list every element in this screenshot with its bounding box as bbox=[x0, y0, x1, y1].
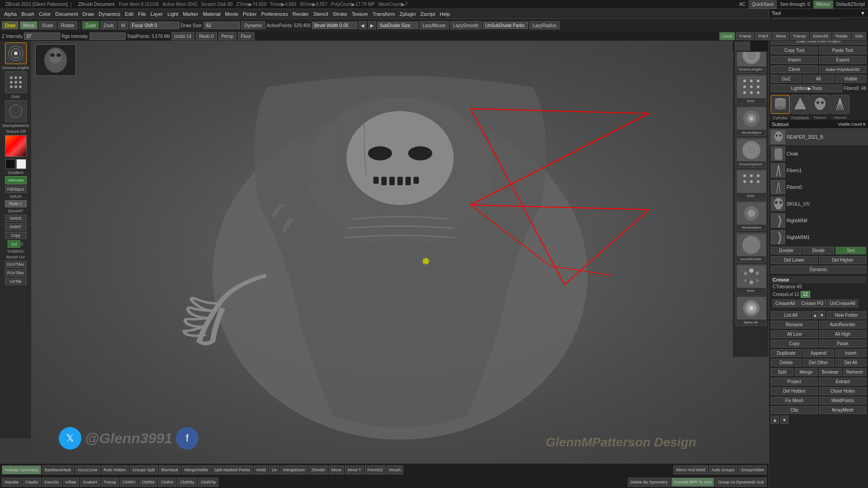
subtool-reaper[interactable]: REAPER_2021_B bbox=[769, 129, 868, 145]
goz-btn[interactable]: GoZ bbox=[771, 75, 802, 83]
groups-split-btn[interactable]: Groups Split bbox=[130, 465, 158, 474]
all-btn[interactable]: All bbox=[803, 75, 834, 83]
draw-btn[interactable]: Draw bbox=[2, 21, 19, 29]
tool-thumb-cylinder[interactable] bbox=[771, 95, 790, 114]
transp-btn[interactable]: Transp bbox=[790, 32, 809, 40]
clip-btn[interactable]: Clip bbox=[771, 406, 818, 414]
menu-picker[interactable]: Picker bbox=[241, 11, 259, 17]
menu-zscript[interactable]: Zscript bbox=[418, 11, 438, 17]
menu-preferences[interactable]: Preferences bbox=[259, 11, 290, 17]
list-up-arrow[interactable]: ▲ bbox=[812, 311, 818, 319]
menu-file[interactable]: File bbox=[136, 11, 148, 17]
uv-btn[interactable]: Uv bbox=[269, 465, 279, 474]
menu-light[interactable]: Light bbox=[165, 11, 181, 17]
insert-btn[interactable]: Insert bbox=[835, 349, 866, 357]
brush-item-alpha08[interactable]: Alpha 08 bbox=[736, 296, 766, 326]
color-swatch[interactable] bbox=[5, 135, 27, 157]
brush-item-smoothcloth[interactable]: SmoothCloth bbox=[736, 232, 766, 263]
list-down-arrow[interactable]: ▼ bbox=[819, 311, 825, 319]
frame-btn[interactable]: Frame bbox=[736, 32, 754, 40]
menu-help[interactable]: Help bbox=[438, 11, 453, 17]
rule-hidden-btn[interactable]: Rule Hidden bbox=[101, 465, 129, 474]
redo-btn[interactable]: Redo 0 bbox=[196, 32, 217, 40]
dynamic-subdiv-btn[interactable]: Dynamic bbox=[771, 266, 866, 273]
polyt-btn[interactable]: PolyT bbox=[755, 32, 772, 40]
brush-item-dots3[interactable]: Dots bbox=[736, 264, 766, 294]
xyz-btn[interactable]: Xyz bbox=[8, 240, 20, 248]
paste-subtool-btn[interactable]: Paste bbox=[819, 340, 866, 347]
subtool-rightarm[interactable]: RightARM bbox=[769, 212, 868, 229]
weld-points-btn[interactable]: WeldPoints bbox=[819, 397, 866, 404]
morph-btn[interactable]: Morph bbox=[387, 465, 404, 474]
auto-groups-btn[interactable]: Auto Groups bbox=[709, 465, 737, 474]
switch-btn[interactable]: Switch bbox=[5, 215, 27, 222]
formso-btn[interactable]: FormSO bbox=[365, 465, 386, 474]
persp-btn[interactable]: Persp bbox=[218, 32, 236, 40]
zsub-btn[interactable]: Zsub bbox=[100, 21, 117, 29]
standar-btn[interactable]: Standar bbox=[2, 478, 22, 487]
brush-item-dots1[interactable]: Dots bbox=[736, 74, 766, 104]
tool-thumb-skull[interactable] bbox=[811, 95, 830, 114]
del-lower-btn[interactable]: Del Lower bbox=[771, 256, 818, 264]
uv-tile-btn[interactable]: UVTile bbox=[5, 278, 27, 285]
menu-marker[interactable]: Marker bbox=[180, 11, 200, 17]
dots-brush-icon[interactable] bbox=[5, 71, 27, 93]
tool-thumb-simple-fibers[interactable] bbox=[830, 95, 849, 114]
menu-draw[interactable]: Draw bbox=[80, 11, 96, 17]
list-all-btn[interactable]: List All bbox=[771, 311, 811, 319]
project-btn[interactable]: Project bbox=[771, 378, 818, 385]
subtool-fibers1[interactable]: Fibers1 bbox=[769, 162, 868, 179]
move3d-btn[interactable]: Move bbox=[773, 32, 789, 40]
subtool-rightarm1[interactable]: RightARM1 bbox=[769, 229, 868, 246]
brush-item-alphabrush2[interactable]: ~BrushAlpha bbox=[736, 201, 766, 231]
del-hidden-btn[interactable]: Del Hidden bbox=[771, 387, 818, 395]
clothin-btn[interactable]: ClothIn bbox=[158, 478, 177, 487]
panel-scroll-down[interactable]: ▼ bbox=[780, 416, 788, 424]
black-swatch[interactable] bbox=[5, 159, 15, 169]
brush-item-groomspline[interactable]: GroomSplineS bbox=[736, 137, 766, 168]
copy-btn-left[interactable]: Copy bbox=[5, 232, 27, 239]
menu-layer[interactable]: Layer bbox=[148, 11, 165, 17]
lazy-smooth-btn[interactable]: LazySmooth bbox=[450, 21, 482, 29]
zmodel-btn[interactable]: ZModel bbox=[309, 465, 328, 474]
solo-btn[interactable]: Solo bbox=[852, 32, 866, 40]
make-polymesh3d-btn[interactable]: Make PolyMesh3D bbox=[819, 66, 866, 73]
append-btn[interactable]: Append bbox=[803, 349, 834, 357]
menu-color[interactable]: Color bbox=[37, 11, 53, 17]
group-visible-btn[interactable]: GroupVisible bbox=[738, 465, 767, 474]
menu-document[interactable]: Document bbox=[53, 11, 80, 17]
subtool-cloak[interactable]: Cloak bbox=[769, 145, 868, 162]
delmt-btn[interactable]: DelMT bbox=[5, 223, 27, 230]
main-brush-icon[interactable] bbox=[5, 42, 27, 64]
menu-transform[interactable]: Transform bbox=[370, 11, 397, 17]
z-intensity-slider[interactable]: 37 bbox=[24, 33, 60, 40]
quicksave-btn[interactable]: QuickSave bbox=[749, 0, 777, 9]
brush-item-dots2[interactable]: Dots bbox=[736, 169, 766, 199]
subdivide-size-slider[interactable]: SubDivide Size bbox=[377, 22, 418, 29]
move-btn[interactable]: Move bbox=[20, 21, 37, 29]
import-btn[interactable]: Import bbox=[771, 56, 818, 64]
del-other-btn[interactable]: Del Other bbox=[803, 359, 834, 366]
scale-btn[interactable]: Scale bbox=[39, 21, 57, 29]
clothfi-btn[interactable]: ClothFi bbox=[120, 478, 138, 487]
merge-btn[interactable]: Merge bbox=[795, 368, 817, 376]
m-btn[interactable]: M bbox=[118, 21, 128, 29]
expand-icon[interactable]: ▼ bbox=[860, 10, 865, 16]
menu-stroke[interactable]: Stroke bbox=[330, 11, 349, 17]
menu-render[interactable]: Render bbox=[290, 11, 311, 17]
auto-reorder-btn[interactable]: AutoReorder bbox=[819, 321, 866, 328]
menu-material[interactable]: Material bbox=[201, 11, 223, 17]
fill-object-btn[interactable]: FillObject bbox=[5, 186, 27, 193]
rotate-btn[interactable]: Rotate bbox=[58, 21, 77, 29]
rename-btn[interactable]: Rename bbox=[771, 321, 818, 328]
puv-tiles-btn[interactable]: PUVTiles bbox=[5, 269, 27, 277]
export-btn[interactable]: Export bbox=[819, 56, 866, 64]
clothflp-btn[interactable]: ClothFlp bbox=[198, 478, 219, 487]
bevel-width-slider[interactable]: Bevel Width 0.05 bbox=[312, 22, 357, 29]
copy-tool-btn[interactable]: Copy Tool bbox=[771, 47, 818, 54]
split-btn[interactable]: Split bbox=[771, 368, 793, 376]
delete-by-symmetry-btn[interactable]: Delete By Symmetry bbox=[628, 478, 670, 487]
brush-item-alphabrush1[interactable]: ~BrushAlpha bbox=[736, 106, 766, 136]
paste-tool-btn[interactable]: Paste Tool bbox=[819, 47, 866, 54]
unsubdivide-slider[interactable]: UnSubDivide Partio bbox=[483, 22, 528, 29]
